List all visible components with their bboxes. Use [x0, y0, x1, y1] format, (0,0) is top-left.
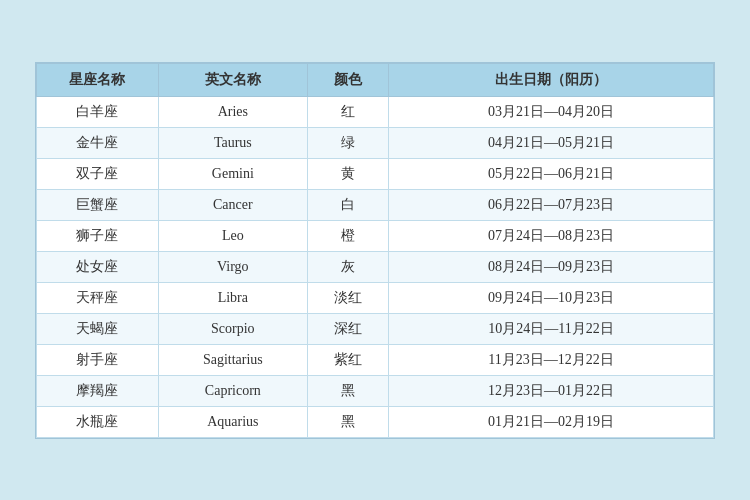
table-row: 双子座Gemini黄05月22日—06月21日: [37, 158, 714, 189]
zodiac-table: 星座名称 英文名称 颜色 出生日期（阳历） 白羊座Aries红03月21日—04…: [36, 63, 714, 438]
table-row: 金牛座Taurus绿04月21日—05月21日: [37, 127, 714, 158]
table-header-row: 星座名称 英文名称 颜色 出生日期（阳历）: [37, 63, 714, 96]
cell-date: 07月24日—08月23日: [389, 220, 714, 251]
cell-date: 12月23日—01月22日: [389, 375, 714, 406]
cell-chinese: 双子座: [37, 158, 159, 189]
cell-english: Virgo: [158, 251, 307, 282]
cell-date: 08月24日—09月23日: [389, 251, 714, 282]
cell-date: 10月24日—11月22日: [389, 313, 714, 344]
table-row: 摩羯座Capricorn黑12月23日—01月22日: [37, 375, 714, 406]
header-chinese: 星座名称: [37, 63, 159, 96]
cell-color: 深红: [307, 313, 388, 344]
cell-english: Gemini: [158, 158, 307, 189]
cell-english: Leo: [158, 220, 307, 251]
cell-chinese: 天秤座: [37, 282, 159, 313]
cell-date: 11月23日—12月22日: [389, 344, 714, 375]
cell-color: 淡红: [307, 282, 388, 313]
table-row: 射手座Sagittarius紫红11月23日—12月22日: [37, 344, 714, 375]
cell-color: 灰: [307, 251, 388, 282]
cell-chinese: 白羊座: [37, 96, 159, 127]
table-row: 处女座Virgo灰08月24日—09月23日: [37, 251, 714, 282]
cell-color: 黑: [307, 375, 388, 406]
table-body: 白羊座Aries红03月21日—04月20日金牛座Taurus绿04月21日—0…: [37, 96, 714, 437]
cell-date: 01月21日—02月19日: [389, 406, 714, 437]
cell-english: Libra: [158, 282, 307, 313]
cell-english: Scorpio: [158, 313, 307, 344]
cell-color: 黄: [307, 158, 388, 189]
cell-chinese: 金牛座: [37, 127, 159, 158]
cell-date: 03月21日—04月20日: [389, 96, 714, 127]
table-row: 水瓶座Aquarius黑01月21日—02月19日: [37, 406, 714, 437]
cell-color: 橙: [307, 220, 388, 251]
table-row: 巨蟹座Cancer白06月22日—07月23日: [37, 189, 714, 220]
table-row: 狮子座Leo橙07月24日—08月23日: [37, 220, 714, 251]
cell-color: 红: [307, 96, 388, 127]
cell-english: Capricorn: [158, 375, 307, 406]
cell-english: Cancer: [158, 189, 307, 220]
header-date: 出生日期（阳历）: [389, 63, 714, 96]
header-color: 颜色: [307, 63, 388, 96]
table-row: 白羊座Aries红03月21日—04月20日: [37, 96, 714, 127]
cell-color: 绿: [307, 127, 388, 158]
cell-chinese: 狮子座: [37, 220, 159, 251]
cell-chinese: 天蝎座: [37, 313, 159, 344]
cell-chinese: 巨蟹座: [37, 189, 159, 220]
cell-date: 05月22日—06月21日: [389, 158, 714, 189]
table-row: 天秤座Libra淡红09月24日—10月23日: [37, 282, 714, 313]
cell-chinese: 处女座: [37, 251, 159, 282]
cell-color: 白: [307, 189, 388, 220]
cell-color: 紫红: [307, 344, 388, 375]
cell-date: 06月22日—07月23日: [389, 189, 714, 220]
cell-english: Taurus: [158, 127, 307, 158]
cell-date: 09月24日—10月23日: [389, 282, 714, 313]
cell-english: Sagittarius: [158, 344, 307, 375]
table-row: 天蝎座Scorpio深红10月24日—11月22日: [37, 313, 714, 344]
cell-english: Aries: [158, 96, 307, 127]
zodiac-table-container: 星座名称 英文名称 颜色 出生日期（阳历） 白羊座Aries红03月21日—04…: [35, 62, 715, 439]
cell-color: 黑: [307, 406, 388, 437]
cell-date: 04月21日—05月21日: [389, 127, 714, 158]
cell-english: Aquarius: [158, 406, 307, 437]
header-english: 英文名称: [158, 63, 307, 96]
cell-chinese: 摩羯座: [37, 375, 159, 406]
cell-chinese: 水瓶座: [37, 406, 159, 437]
cell-chinese: 射手座: [37, 344, 159, 375]
